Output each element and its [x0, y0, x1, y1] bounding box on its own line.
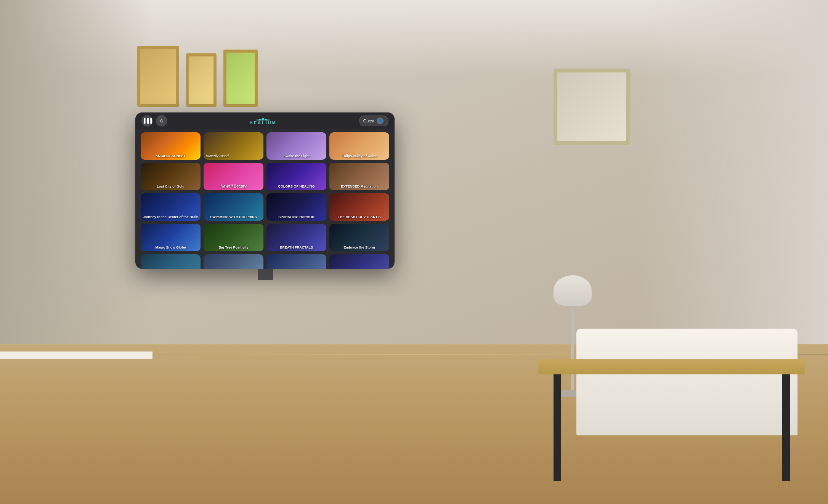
healium-panel: ▐▐▐ ⊙ ▂▃▅▃▂ HEALIUM Guest 👤 ANCIENT SUNS… [135, 112, 395, 269]
card-bg-glacier [266, 254, 326, 269]
logo-heal: HEAL [250, 120, 266, 125]
card-bg-crystal [329, 254, 389, 269]
table-leg-left [554, 374, 561, 481]
content-card-atlantis[interactable]: THE HEART OF ATLANTIS [329, 193, 389, 221]
card-title-extended: EXTENDED Meditation [329, 183, 389, 190]
table-top [538, 359, 805, 374]
content-card-hawaii[interactable]: Hawaii Beauty [204, 163, 263, 190]
card-title-atlantis: THE HEART OF ATLANTIS [329, 213, 389, 221]
card-bg-winter [204, 254, 263, 269]
header-left-controls: ▐▐▐ ⊙ [141, 115, 167, 127]
content-card-awake-light[interactable]: Awake the Light [266, 132, 326, 160]
picture-frame-2 [186, 53, 217, 107]
logo-ium: IUM [266, 120, 277, 125]
table-leg-right [782, 374, 790, 481]
picture-frames [137, 46, 258, 107]
logo-text: HEALIUM [250, 120, 277, 125]
content-grid: ANCIENT SUNSETButterfly IslandAwake the … [141, 132, 389, 269]
content-card-crystal[interactable]: Crystal [329, 254, 389, 269]
logo-wave: ▂▃▅▃▂ [257, 117, 270, 120]
card-title-lost-city: Lost City of Gold [141, 183, 201, 190]
content-card-breath[interactable]: BREATH FRACTALS [266, 224, 326, 251]
card-title-sparkling: SPARKLING HARBOR [266, 213, 326, 221]
healium-logo: ▂▃▅▃▂ HEALIUM [250, 117, 277, 125]
panel-mount [258, 269, 273, 280]
card-title-ancient-sunset: ANCIENT SUNSET [141, 152, 201, 160]
card-title-butterfly: Butterfly Island [204, 152, 263, 160]
card-bg-waterfall [141, 254, 201, 269]
card-title-center-brain: Journey to the Center of the Brain [141, 213, 201, 221]
picture-frame-1 [137, 46, 179, 107]
lamp-shade [554, 275, 592, 306]
card-title-colors-healing: COLORS OF HEALING [266, 183, 326, 190]
card-title-swimming: SWIMMING WITH DOLPHINS [204, 213, 263, 221]
card-title-valley: Tulips Valley of Color [329, 152, 389, 160]
guest-button[interactable]: Guest 👤 [359, 116, 388, 126]
content-area: ANCIENT SUNSETButterfly IslandAwake the … [135, 129, 395, 269]
content-card-extended[interactable]: EXTENDED Meditation [329, 163, 389, 190]
content-card-glacier[interactable]: Glacier [266, 254, 326, 269]
content-card-center-brain[interactable]: Journey to the Center of the Brain [141, 193, 201, 221]
panel-header: ▐▐▐ ⊙ ▂▃▅▃▂ HEALIUM Guest 👤 [135, 112, 395, 129]
content-card-sparkling[interactable]: SPARKLING HARBOR [266, 193, 326, 221]
card-title-storm: Embrace the Storm [329, 244, 389, 251]
guest-label: Guest [363, 119, 374, 123]
card-title-magic-snow: Magic Snow Globe [141, 244, 201, 251]
card-title-awake-light: Awake the Light [266, 152, 326, 160]
content-card-big-tree[interactable]: Big Tree Positivity [204, 224, 263, 251]
content-card-waterfall[interactable]: Waterfall [141, 254, 201, 269]
camera-icon: ⊙ [160, 118, 164, 124]
content-card-swimming[interactable]: SWIMMING WITH DOLPHINS [204, 193, 263, 221]
camera-icon-button[interactable]: ⊙ [156, 115, 167, 127]
baseboard [0, 352, 152, 359]
content-card-colors-healing[interactable]: COLORS OF HEALING [266, 163, 326, 190]
content-card-ancient-sunset[interactable]: ANCIENT SUNSET [141, 132, 201, 160]
user-avatar-icon: 👤 [377, 117, 384, 124]
stats-icon-button[interactable]: ▐▐▐ [141, 115, 153, 127]
content-card-lost-city[interactable]: Lost City of Gold [141, 163, 201, 190]
content-card-storm[interactable]: Embrace the Storm [329, 224, 389, 251]
card-title-hawaii: Hawaii Beauty [204, 183, 263, 190]
content-card-valley[interactable]: Tulips Valley of Color [329, 132, 389, 160]
picture-right [554, 69, 630, 145]
card-title-big-tree: Big Tree Positivity [204, 244, 263, 251]
content-card-magic-snow[interactable]: Magic Snow Globe [141, 224, 201, 251]
picture-frame-3 [223, 50, 258, 107]
coffee-table [538, 359, 805, 481]
content-card-butterfly[interactable]: Butterfly Island [204, 132, 263, 160]
content-card-winter[interactable]: Winter [204, 254, 263, 269]
bar-chart-icon: ▐▐▐ [142, 118, 152, 124]
card-title-breath: BREATH FRACTALS [266, 244, 326, 251]
